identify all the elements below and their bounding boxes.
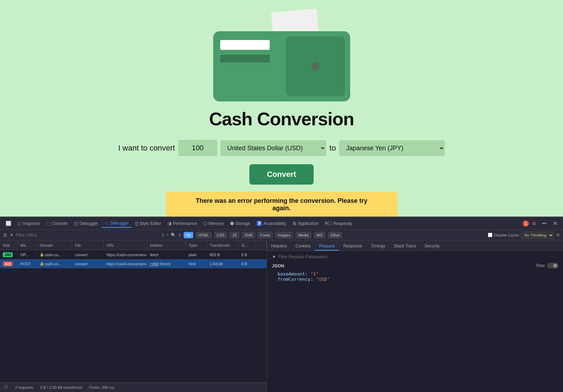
devtools-tab-application[interactable]: ⊞ Application xyxy=(290,219,321,227)
network-footer: ⏱ 2 requests 0 B / 2.50 kB transferred F… xyxy=(0,382,267,392)
settings-icon[interactable]: ⚙ xyxy=(556,232,560,238)
more-icon: ••• xyxy=(542,221,546,226)
accessibility-tab-label: Accessibility xyxy=(263,221,286,226)
block-icon[interactable]: ⊘ xyxy=(178,233,182,238)
wallet-body xyxy=(213,31,350,101)
pause-icon[interactable]: || xyxy=(162,233,164,238)
tab-response[interactable]: Response xyxy=(339,242,366,251)
filter-media-btn[interactable]: Media xyxy=(296,232,311,238)
network-table-header: Stat. Me... Domain File URL Initiator Ty… xyxy=(0,240,267,250)
filter-icon: ▼ xyxy=(9,233,14,238)
request-body: ▼ JSON Raw baseAmount: xyxy=(267,251,563,392)
filter-xhr-btn[interactable]: XHR xyxy=(242,232,255,238)
row1-type: plain xyxy=(186,250,207,259)
storage-tab-label: Storage xyxy=(235,221,250,226)
row2-transferred: 1.64 kB xyxy=(207,259,238,268)
json-fromCurrency-value: "USD" xyxy=(316,277,330,282)
request-panel: Headers Cookies Request Response Timings… xyxy=(267,240,563,392)
row1-method: OP... xyxy=(18,250,37,259)
raw-toggle[interactable]: Raw xyxy=(536,263,558,268)
wallet-coin xyxy=(312,62,319,70)
error-banner: There was an error performing the conver… xyxy=(166,192,398,218)
filter-js-btn[interactable]: JS xyxy=(230,232,239,238)
console-icon: ⬚ xyxy=(46,221,51,226)
filter-images-btn[interactable]: Images xyxy=(275,232,293,238)
inspector-tab-label: Inspector xyxy=(23,221,40,226)
devtools-tab-more[interactable]: ••• xyxy=(539,220,549,227)
devtools-tab-requestly[interactable]: R⬡ Requestly xyxy=(322,219,355,227)
devtools-toolbar: ⬜ ◻ Inspector ⬚ Console ◫ Debugger ↑↓ De… xyxy=(0,217,563,230)
devtools-close-button[interactable]: ✕ xyxy=(550,219,560,228)
tab-request[interactable]: Request xyxy=(315,242,339,251)
devtools-tab-performance[interactable]: ◑ Performance xyxy=(165,219,200,227)
json-label: JSON xyxy=(272,263,284,268)
filter-urls-input[interactable] xyxy=(16,233,157,238)
filter-all-btn[interactable]: All xyxy=(184,232,193,238)
devtools-tab-style-editor[interactable]: {} Style Editor xyxy=(132,219,164,227)
filter-fonts-btn[interactable]: Fonts xyxy=(258,232,273,238)
to-currency-select[interactable]: Japanese Yen (JPY) xyxy=(339,140,445,156)
row1-icon xyxy=(256,250,267,259)
devtools-tab-accessibility[interactable]: ♿ Accessibility xyxy=(254,219,289,227)
wallet-illustration xyxy=(208,7,355,101)
disable-cache-label: Disable Cache xyxy=(488,233,519,237)
network-tab-label: Debugger xyxy=(110,221,129,226)
devtools-tab-network[interactable]: ↑↓ Debugger xyxy=(102,219,132,228)
filter-other-btn[interactable]: Other xyxy=(328,232,343,238)
wallet-right xyxy=(286,36,345,96)
performance-tab-label: Performance xyxy=(173,221,197,226)
network-row-2[interactable]: 422 POST 🔒cash-co... convert https://cas… xyxy=(0,259,267,268)
disable-cache-checkbox[interactable] xyxy=(488,233,492,237)
tab-security[interactable]: Security xyxy=(420,242,444,251)
error-badge: 1 xyxy=(523,220,529,227)
tab-headers[interactable]: Headers xyxy=(267,242,291,251)
amount-input[interactable] xyxy=(178,140,217,156)
row2-initiator: /:460 (fetch) xyxy=(147,259,186,268)
devtools-tab-screen[interactable]: ⬜ xyxy=(3,219,14,227)
tab-timings[interactable]: Timings xyxy=(366,242,389,251)
devtools-tab-storage[interactable]: ⬢ Storage xyxy=(227,219,253,227)
lock-icon-1: 🔒 xyxy=(40,253,44,257)
col-header-type: Type xyxy=(186,240,207,250)
clear-network-button[interactable]: 🗑 xyxy=(3,232,7,238)
filter-css-btn[interactable]: CSS xyxy=(214,232,227,238)
clock-icon: ⏱ xyxy=(4,385,8,390)
wallet-strip-2 xyxy=(220,55,270,62)
devtools-tab-console[interactable]: ⬚ Console xyxy=(44,219,70,227)
row1-status: 200 xyxy=(0,250,18,259)
row2-size: 0 B xyxy=(238,259,256,268)
devtools-tab-debugger[interactable]: ◫ Debugger xyxy=(71,219,101,227)
row2-url: https://cash-conversion-a... xyxy=(104,259,147,268)
requestly-tab-label: Requestly xyxy=(333,221,352,226)
filter-ws-btn[interactable]: WS xyxy=(314,232,325,238)
new-window-icon: ⧉ xyxy=(532,221,536,226)
row2-status: 422 xyxy=(0,259,18,268)
raw-label: Raw xyxy=(536,263,545,268)
row1-url: https://cash-conversion-a... xyxy=(104,250,147,259)
json-fromCurrency-key: fromCurrency: xyxy=(277,277,316,282)
from-currency-select[interactable]: United States Dollar (USD) xyxy=(221,140,326,156)
wallet-left xyxy=(213,31,286,101)
search-icon[interactable]: 🔍 xyxy=(171,233,176,238)
devtools-tab-memory[interactable]: ⬡ Memory xyxy=(201,219,227,227)
requests-count: 2 requests xyxy=(15,385,33,390)
storage-icon: ⬢ xyxy=(230,221,234,226)
filter-params-input[interactable] xyxy=(278,254,331,259)
toggle-knob xyxy=(553,264,557,268)
convert-button[interactable]: Convert xyxy=(249,164,314,185)
devtools-tab-inspector[interactable]: ◻ Inspector xyxy=(15,219,43,227)
memory-icon: ⬡ xyxy=(203,221,207,226)
app-title: Cash Conversion xyxy=(209,108,354,129)
devtools-tab-new-window[interactable]: ⧉ xyxy=(530,220,538,227)
tab-cookies[interactable]: Cookies xyxy=(291,242,315,251)
throttle-select[interactable]: No Throttling xyxy=(521,232,554,239)
filter-html-btn[interactable]: HTML xyxy=(196,232,211,238)
raw-toggle-switch[interactable] xyxy=(547,263,558,268)
filter-params-icon: ▼ xyxy=(272,254,276,259)
network-row-1[interactable]: 200 OP... 🔒cash-co... convert https://ca… xyxy=(0,250,267,259)
row2-method: POST xyxy=(18,259,37,268)
tab-stack-trace[interactable]: Stack Trace xyxy=(389,242,420,251)
add-filter-button[interactable]: + xyxy=(166,233,169,238)
application-tab-label: Application xyxy=(298,221,319,226)
col-header-initiator: Initiator xyxy=(147,240,186,250)
